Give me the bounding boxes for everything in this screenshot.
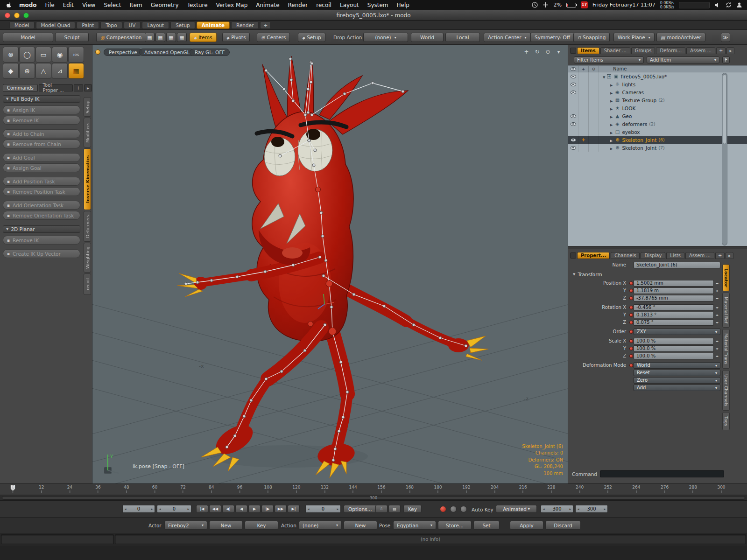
sync-icon[interactable] — [726, 2, 732, 8]
expander-icon[interactable] — [610, 98, 613, 103]
vtab-tags[interactable]: Tags — [722, 412, 730, 430]
tab-add-panel-button[interactable]: + — [74, 84, 83, 91]
tab-assembly[interactable]: Assem ... — [686, 47, 715, 54]
add-position-task-button[interactable]: Add Position Task — [3, 177, 80, 186]
menu-render[interactable]: Render — [284, 0, 312, 10]
add-item-dropdown[interactable]: Add Item — [647, 56, 719, 63]
zero-dropdown[interactable]: Zero — [634, 377, 720, 384]
cube-tool-icon[interactable] — [166, 33, 176, 42]
remove-ik-2d-button[interactable]: Remove IK — [3, 236, 80, 245]
menu-app[interactable]: modo — [15, 0, 41, 10]
item-row-skeleton-joint-7[interactable]: Skeleton_Joint(7) — [568, 144, 747, 152]
expander-icon[interactable] — [610, 105, 613, 111]
clock-icon[interactable] — [532, 2, 538, 8]
menu-layout[interactable]: Layout — [336, 0, 363, 10]
tab-topo[interactable]: Topo — [100, 21, 122, 29]
scene-end-field[interactable]: ◂300▸ — [575, 505, 608, 513]
name-column-header[interactable]: Name — [599, 66, 627, 71]
timeline-tick[interactable]: 252 — [604, 485, 612, 493]
timeline-tick[interactable]: 12 — [39, 485, 44, 493]
tool-gem-icon[interactable]: ◆ — [3, 63, 19, 79]
spinner-icon[interactable]: ◂▸ — [714, 295, 720, 301]
play-button[interactable]: ▶ — [248, 505, 261, 513]
tab-deform[interactable]: Deform... — [656, 47, 685, 54]
menu-item[interactable]: Item — [125, 0, 146, 10]
menu-file[interactable]: File — [41, 0, 59, 10]
scale-x-field[interactable]: 100.0 % — [634, 338, 714, 344]
actor-dropdown[interactable]: Fireboy2 — [164, 521, 207, 530]
timeline-tick[interactable]: 276 — [661, 485, 669, 493]
viewport-mode-icon[interactable] — [95, 49, 100, 55]
channel-dot-icon[interactable] — [629, 306, 633, 309]
item-list-scrollbar[interactable] — [722, 73, 727, 245]
expander-icon[interactable] — [610, 129, 613, 135]
transform-section-header[interactable]: Transform — [573, 271, 736, 278]
tab-layout[interactable]: Layout — [142, 21, 169, 29]
section-full-body-ik[interactable]: Full Body IK — [3, 95, 80, 103]
position-z-field[interactable]: -37.8765 mm — [634, 295, 714, 301]
visibility-icon[interactable] — [571, 138, 576, 142]
channel-dot-icon[interactable] — [629, 347, 633, 350]
assign-ik-button[interactable]: Assign IK — [3, 105, 80, 114]
vtab-recoil[interactable]: recoil — [84, 273, 91, 295]
zoom-button[interactable] — [23, 13, 29, 18]
vtab-setup[interactable]: Setup — [84, 97, 91, 117]
rotation-y-field[interactable]: 0.1813 ° — [634, 312, 714, 318]
tab-groups[interactable]: Groups — [631, 47, 655, 54]
tool-egg-icon[interactable]: ◯ — [19, 47, 35, 63]
expander-icon[interactable] — [610, 137, 613, 143]
viewport-3d[interactable]: -x -z — [92, 45, 568, 483]
advanced-opengl-button[interactable]: Advanced OpenGL — [139, 49, 195, 56]
channel-dot-icon[interactable] — [629, 281, 633, 285]
expander-icon[interactable] — [610, 82, 613, 87]
key-rotation-toggle-icon[interactable] — [450, 506, 457, 512]
current-frame-field[interactable]: ◂0▸ — [157, 505, 191, 513]
prev-frame-button[interactable]: ◀| — [222, 505, 234, 513]
spinner-icon[interactable]: ◂▸ — [714, 287, 720, 294]
vtab-user-channels[interactable]: User Channels — [722, 370, 730, 411]
menu-system[interactable]: System — [363, 0, 393, 10]
item-row-geo[interactable]: Geo — [568, 112, 747, 120]
timeline-tick[interactable]: 132 — [321, 485, 329, 493]
prev-key-button[interactable]: ◀◀ — [209, 505, 221, 513]
item-row-scene[interactable]: +fireboy5_0005.lxo* — [568, 72, 747, 80]
timeline-tick[interactable]: 180 — [434, 485, 442, 493]
tab-commands[interactable]: Commands — [3, 84, 38, 91]
go-start-button[interactable]: |◀ — [196, 505, 208, 513]
tab-channels[interactable]: Channels — [611, 252, 640, 259]
rotation-z-field[interactable]: 0.075 ° — [634, 319, 714, 326]
world-button[interactable]: World — [411, 33, 444, 42]
timeline-tick[interactable]: 60 — [152, 485, 157, 493]
tab-uv[interactable]: UV — [124, 21, 141, 29]
expander-icon[interactable] — [610, 90, 613, 95]
tab-properties[interactable]: Propert... — [577, 252, 610, 259]
pinned-icon[interactable]: + — [581, 137, 585, 143]
spinner-icon[interactable]: ◂▸ — [714, 345, 720, 352]
new-action-button[interactable]: New — [344, 521, 377, 530]
timeline-tick[interactable]: 144 — [349, 485, 357, 493]
channel-dot-icon[interactable] — [629, 330, 633, 334]
snapping-button[interactable]: Snapping — [573, 33, 610, 42]
tab-model-quad[interactable]: Model Quad — [36, 21, 76, 29]
timeline-tick[interactable]: 84 — [209, 485, 214, 493]
add-child-icon[interactable]: + — [607, 74, 611, 78]
key-position-toggle-icon[interactable] — [440, 506, 446, 512]
user-icon[interactable] — [736, 2, 742, 8]
create-ik-up-vector-button[interactable]: Create IK Up Vector — [3, 249, 80, 258]
spinner-icon[interactable]: ◂▸ — [714, 319, 720, 326]
cube-tool-icon[interactable] — [177, 33, 187, 42]
battery-icon[interactable] — [566, 3, 576, 7]
discard-button[interactable]: Discard — [545, 521, 581, 530]
timeline-tick[interactable]: 240 — [576, 485, 584, 493]
position-y-field[interactable]: 1.1819 m — [634, 287, 714, 294]
tab-lists[interactable]: Lists — [666, 252, 684, 259]
remove-from-chain-button[interactable]: Remove from Chain — [3, 140, 80, 148]
options-button[interactable]: Options... — [344, 505, 377, 513]
zoom-icon[interactable]: ⊙ — [544, 49, 551, 55]
channel-dot-icon[interactable] — [629, 354, 633, 358]
timeline-tick[interactable]: 72 — [180, 485, 185, 493]
work-plane-dropdown[interactable]: Work Plane — [613, 33, 655, 42]
channel-dot-icon[interactable] — [629, 313, 633, 317]
tab-items[interactable]: Items — [577, 47, 599, 54]
apply-button[interactable]: Apply — [510, 521, 543, 530]
